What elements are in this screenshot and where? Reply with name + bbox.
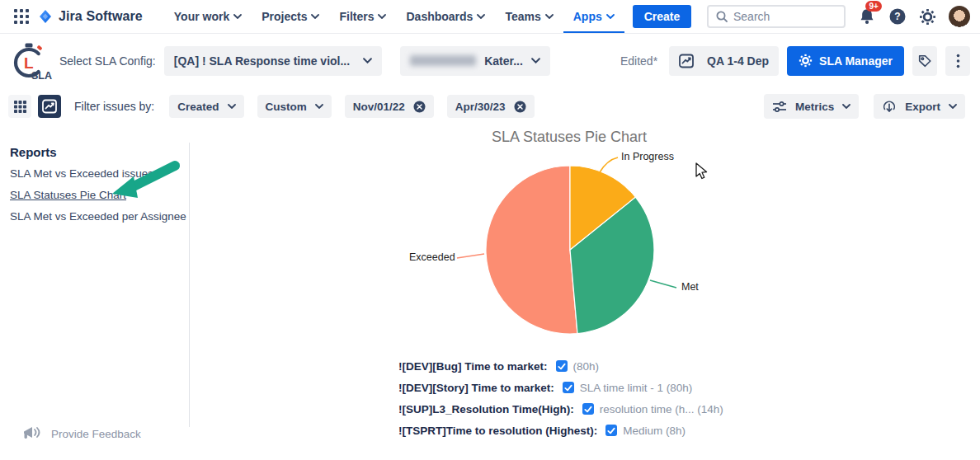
chevron-down-icon [545,14,554,19]
metrics-button-label: Metrics [795,101,834,113]
metric-value: (80h) [573,360,600,373]
app-switcher-icon[interactable] [10,0,33,33]
provide-feedback-link[interactable]: Provide Feedback [21,425,141,442]
sla-app-logo: L SLA [10,40,53,82]
nav-item-teams[interactable]: Teams [495,0,563,33]
range-dropdown[interactable]: Custom [257,95,332,118]
chevron-down-icon [311,14,319,19]
sla-metrics-list: ![DEV][Bug] Time to market: (80h) ![DEV]… [398,355,723,441]
search-input[interactable] [733,10,824,23]
select-sla-config-label: Select SLA Config: [59,54,156,68]
chevron-down-icon [315,104,323,109]
line-chart-icon [679,54,694,68]
sidebar-item-sla-statuses-pie-chart[interactable]: SLA Statuses Pie Chart [10,189,126,201]
nav-item-your-work[interactable]: Your work [164,0,252,33]
metric-label: ![DEV][Story] Time to market: [398,382,554,394]
metric-checkbox[interactable] [563,382,574,393]
metric-checkbox[interactable] [556,360,568,372]
sidebar-item-sla-met-vs-exceeded-per-assignee[interactable]: SLA Met vs Exceeded per Assignee [10,210,186,223]
chevron-down-icon [606,14,615,19]
annotation-arrow [112,155,181,201]
provide-feedback-label: Provide Feedback [51,428,141,440]
nav-item-filters[interactable]: Filters [329,0,396,33]
pie-label-met: Met [681,281,699,293]
sla-metric-row: ![SUP]L3_Resolution Time(High): resoluti… [398,398,723,420]
search-icon [715,10,728,23]
metric-checkbox[interactable] [605,425,617,436]
dashboard-button[interactable]: QA 1-4 Dep [669,46,779,76]
jira-diamond-icon [38,9,53,24]
metric-label: ![DEV][Bug] Time to market: [398,360,548,373]
redacted-text [410,55,476,66]
dashboard-button-label: QA 1-4 Dep [707,54,769,68]
sla-user-dropdown-value: Kater... [484,54,523,68]
metric-value: resolution time (h... (14h) [600,403,723,415]
help-icon[interactable]: ? [888,7,907,26]
table-view-toggle[interactable] [8,95,31,118]
date-from-chip[interactable]: Nov/01/22 [345,95,434,118]
create-button[interactable]: Create [633,5,692,28]
gear-icon [799,54,813,68]
sla-manager-button[interactable]: SLA Manager [787,46,904,76]
tag-button[interactable] [912,46,937,76]
range-dropdown-value: Custom [266,101,307,113]
chevron-down-icon [233,14,242,19]
top-navigation-bar: Jira Software Your work Projects Filters… [0,0,980,34]
user-avatar[interactable] [949,6,970,27]
date-to-chip[interactable]: Apr/30/23 [447,95,535,118]
notifications-badge: 9+ [865,1,882,12]
notifications-bell-icon[interactable]: 9+ [858,7,876,26]
sla-metric-row: ![DEV][Bug] Time to market: (80h) [398,355,723,377]
nav-right-cluster: 9+ ? [707,0,970,33]
svg-text:?: ? [894,11,900,22]
nav-item-projects[interactable]: Projects [252,0,329,33]
chevron-down-icon [228,104,236,109]
metric-checkbox[interactable] [582,403,594,415]
more-options-button[interactable] [945,46,970,76]
sla-user-dropdown[interactable]: Kater... [400,46,550,76]
metric-label: ![TSPRT]Time to resolution (Highest): [398,425,597,437]
nav-item-dashboards[interactable]: Dashboards [396,0,495,33]
metrics-button[interactable]: Metrics [764,94,859,119]
edited-status-label: Edited* [620,54,657,68]
pie-label-in-progress: In Progress [621,151,674,162]
exceeded-leader-line [457,254,484,258]
search-box[interactable] [707,5,846,28]
chart-view-toggle[interactable] [38,95,61,118]
sla-metric-row: ![DEV][Story] Time to market: SLA time l… [398,377,723,398]
sla-manager-button-label: SLA Manager [819,54,893,68]
megaphone-icon [21,425,43,442]
filter-issues-by-label: Filter issues by: [74,100,154,113]
sla-config-dropdown-value: [QA] ! SLA Response time viol... [174,54,350,68]
export-button[interactable]: Export [874,94,965,119]
nav-item-apps[interactable]: Apps [563,0,624,33]
sla-config-bar: L SLA Select SLA Config: [QA] ! SLA Resp… [0,34,980,87]
clear-date-icon[interactable] [514,101,526,113]
field-dropdown-value: Created [177,101,219,113]
settings-gear-icon[interactable] [919,8,936,26]
tag-icon [917,54,932,68]
filter-bar-right-cluster: Metrics Export [764,94,972,119]
reports-heading: Reports [10,145,57,159]
sidebar-divider [189,143,190,427]
main-content: Reports SLA Met vs Exceeded issues SLA S… [0,125,980,460]
sla-statuses-pie-chart [363,125,775,360]
chevron-down-icon [531,58,540,63]
field-dropdown[interactable]: Created [169,95,243,118]
pie-slice-exceeded[interactable] [486,166,577,334]
pie-chart-panel: SLA Statuses Pie Chart In Progress Met E… [363,125,775,360]
sla-config-dropdown[interactable]: [QA] ! SLA Response time viol... [164,46,382,76]
metric-label: ![SUP]L3_Resolution Time(High): [398,403,574,415]
jira-logo[interactable]: Jira Software [38,0,143,33]
kebab-menu-icon [956,54,960,68]
sla-metric-row: ![TSPRT]Time to resolution (Highest): Me… [398,420,723,441]
met-leader-line [650,280,676,288]
filter-bar: Filter issues by: Created Custom Nov/01/… [0,87,980,125]
chevron-down-icon [949,104,957,109]
clear-date-icon[interactable] [413,101,426,113]
metric-value: Medium (8h) [623,425,686,437]
metric-value: SLA time limit - 1 (80h) [580,382,693,394]
mouse-cursor [695,162,709,181]
date-from-value: Nov/01/22 [353,101,405,113]
svg-text:SLA: SLA [31,70,52,82]
